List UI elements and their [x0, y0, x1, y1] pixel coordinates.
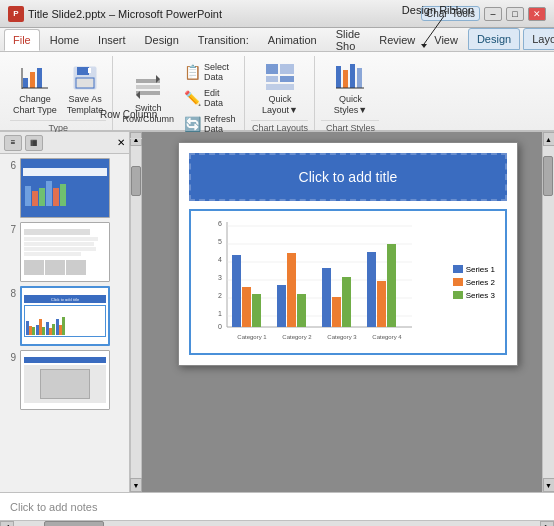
- svg-rect-48: [332, 297, 341, 327]
- svg-text:Category 2: Category 2: [282, 334, 312, 340]
- tab-chart-layout[interactable]: Layout: [523, 28, 554, 50]
- svg-rect-41: [232, 255, 241, 327]
- save-as-template-icon: [69, 62, 101, 94]
- tab-insert[interactable]: Insert: [89, 29, 135, 51]
- change-chart-type-label: ChangeChart Type: [13, 94, 57, 116]
- row-col-label: Row Column: [100, 109, 157, 120]
- scroll-track[interactable]: [131, 146, 141, 478]
- notes-area[interactable]: Click to add notes: [0, 492, 554, 520]
- legend-color-series3: [453, 291, 463, 299]
- canvas-vscrollbar: ▲ ▼: [542, 132, 554, 492]
- slide-thumb-8: Click to add title: [20, 286, 110, 346]
- edit-data-label: EditData: [204, 88, 223, 108]
- svg-text:2: 2: [218, 292, 222, 299]
- app-icon: P: [8, 6, 24, 22]
- select-data-button[interactable]: 📋 SelectData: [181, 60, 239, 84]
- refresh-data-label: RefreshData: [204, 114, 236, 134]
- svg-text:5: 5: [218, 238, 222, 245]
- svg-text:Category 3: Category 3: [327, 334, 357, 340]
- ribbon: ChangeChart Type Save AsTemplate Type: [0, 52, 554, 132]
- svg-rect-19: [280, 76, 294, 82]
- svg-text:0: 0: [218, 323, 222, 330]
- switch-icon: [132, 71, 164, 103]
- slides-view-button[interactable]: ▦: [25, 135, 43, 151]
- hscrollbar: ◄ ►: [0, 520, 554, 526]
- canvas-scroll-up[interactable]: ▲: [543, 132, 555, 146]
- svg-rect-49: [342, 277, 351, 327]
- quick-styles-button[interactable]: QuickStyles▼: [331, 60, 370, 118]
- svg-rect-21: [336, 66, 341, 88]
- canvas-scroll-down[interactable]: ▼: [543, 478, 555, 492]
- svg-rect-24: [357, 68, 362, 88]
- svg-text:Category 4: Category 4: [372, 334, 402, 340]
- tab-transition[interactable]: Transition:: [189, 29, 258, 51]
- svg-rect-45: [287, 253, 296, 327]
- tab-slideshow[interactable]: Slide Sho: [327, 29, 369, 51]
- title-placeholder[interactable]: Click to add title: [189, 153, 507, 201]
- svg-rect-4: [37, 68, 42, 88]
- svg-rect-46: [297, 294, 306, 327]
- svg-rect-3: [30, 72, 35, 88]
- scroll-down-button[interactable]: ▼: [130, 478, 142, 492]
- scroll-thumb[interactable]: [131, 166, 141, 196]
- svg-text:3: 3: [218, 274, 222, 281]
- tab-chart-design[interactable]: Design: [468, 28, 520, 50]
- tab-animation[interactable]: Animation: [259, 29, 326, 51]
- tab-file[interactable]: File: [4, 29, 40, 51]
- chart-inner: 6 5 4 3 2 1 0: [197, 217, 499, 347]
- tab-home[interactable]: Home: [41, 29, 88, 51]
- chart-layouts-content: QuickLayout▼: [259, 60, 301, 118]
- canvas-scroll-thumb[interactable]: [543, 156, 553, 196]
- slide-thumb-6: [20, 158, 110, 218]
- window-title: Title Slide2.pptx – Microsoft PowerPoint: [28, 8, 222, 20]
- maximize-button[interactable]: □: [506, 7, 524, 21]
- slide-thumb-7: [20, 222, 110, 282]
- legend-series2: Series 2: [453, 278, 495, 287]
- change-chart-type-button[interactable]: ChangeChart Type: [10, 60, 60, 118]
- tab-design[interactable]: Design: [136, 29, 188, 51]
- hscroll-left-button[interactable]: ◄: [0, 521, 14, 527]
- panel-close-button[interactable]: ✕: [117, 137, 125, 148]
- tab-view[interactable]: View: [425, 29, 467, 51]
- chart-styles-content: QuickStyles▼: [331, 60, 370, 118]
- canvas-scroll-track[interactable]: [543, 146, 554, 478]
- slide-item-8[interactable]: 8 Click to add title: [4, 286, 125, 346]
- svg-rect-47: [322, 268, 331, 327]
- svg-rect-23: [350, 64, 355, 88]
- svg-rect-10: [88, 68, 91, 73]
- slide-item-9[interactable]: 9: [4, 350, 125, 410]
- chart-legend: Series 1 Series 2 Series 3: [449, 217, 499, 347]
- svg-rect-22: [343, 70, 348, 88]
- svg-rect-16: [266, 64, 278, 74]
- svg-rect-12: [136, 85, 160, 89]
- legend-series1: Series 1: [453, 265, 495, 274]
- ribbon-tab-bar: File Home Insert Design Transition: Anim…: [0, 28, 554, 52]
- hscroll-track[interactable]: [14, 521, 540, 526]
- chart-svg: 6 5 4 3 2 1 0: [197, 217, 417, 347]
- outline-view-button[interactable]: ≡: [4, 135, 22, 151]
- hscroll-thumb[interactable]: [44, 521, 104, 526]
- quick-styles-label: QuickStyles▼: [334, 94, 367, 116]
- hscroll-right-button[interactable]: ►: [540, 521, 554, 527]
- chart-plot: 6 5 4 3 2 1 0: [197, 217, 443, 347]
- slide-item-6[interactable]: 6: [4, 158, 125, 218]
- quick-layout-button[interactable]: QuickLayout▼: [259, 60, 301, 118]
- svg-rect-51: [377, 281, 386, 327]
- minimize-button[interactable]: –: [484, 7, 502, 21]
- legend-color-series1: [453, 265, 463, 273]
- legend-label-series2: Series 2: [466, 278, 495, 287]
- slide-item-7[interactable]: 7: [4, 222, 125, 282]
- slide-panel-scrollbar: ▲ ▼: [130, 132, 142, 492]
- svg-rect-43: [252, 294, 261, 327]
- svg-text:Category 1: Category 1: [237, 334, 267, 340]
- data-group-content: SwitchRow/Column 📋 SelectData ✏️ EditDat…: [119, 60, 238, 136]
- tab-review[interactable]: Review: [370, 29, 424, 51]
- slide-number-8: 8: [4, 286, 16, 299]
- quick-layout-icon: [264, 62, 296, 94]
- close-button[interactable]: ✕: [528, 7, 546, 21]
- window-controls: – □ ✕: [484, 7, 546, 21]
- svg-rect-2: [23, 78, 28, 88]
- edit-data-button[interactable]: ✏️ EditData: [181, 86, 239, 110]
- select-data-icon: 📋: [184, 64, 201, 80]
- chart-container[interactable]: 6 5 4 3 2 1 0: [189, 209, 507, 355]
